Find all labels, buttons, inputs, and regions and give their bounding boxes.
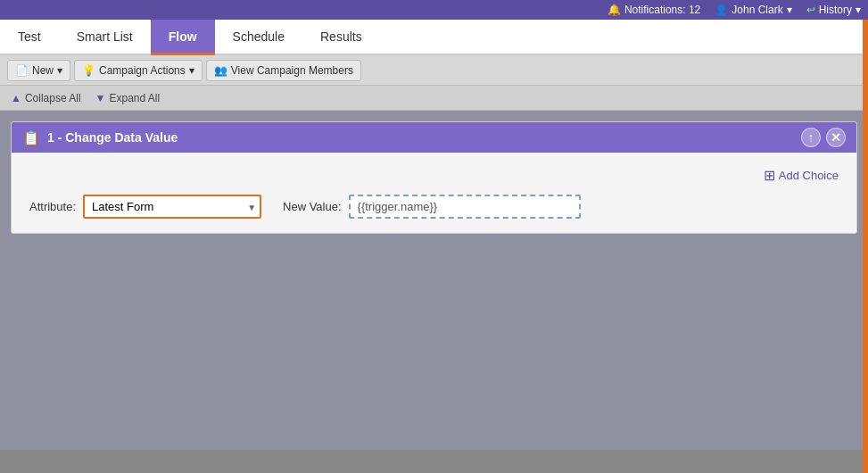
user-icon: 👤 xyxy=(715,4,728,16)
tab-results[interactable]: Results xyxy=(302,20,380,55)
new-dropdown-icon: ▾ xyxy=(57,64,62,77)
close-icon: ✕ xyxy=(831,130,841,145)
up-arrow-icon: ↑ xyxy=(808,130,814,145)
attribute-select[interactable]: Latest Form xyxy=(83,195,261,219)
history-dropdown-icon: ▾ xyxy=(856,4,861,16)
add-choice-row: ⊞ Add Choice xyxy=(29,167,839,184)
tab-flow-label: Flow xyxy=(169,29,197,44)
step-up-button[interactable]: ↑ xyxy=(801,128,821,147)
main-content: 📋 1 - Change Data Value ↑ ✕ ⊞ Add Choice xyxy=(0,111,868,450)
new-button[interactable]: 📄 New ▾ xyxy=(7,60,70,81)
new-value-field-group: New Value: xyxy=(283,195,581,219)
step-title: 1 - Change Data Value xyxy=(47,130,178,145)
toolbar-row: 📄 New ▾ 💡 Campaign Actions ▾ 👥 View Camp… xyxy=(0,55,868,86)
user-label: John Clark xyxy=(732,4,782,16)
view-members-icon: 👥 xyxy=(214,64,227,77)
tab-test[interactable]: Test xyxy=(0,20,59,55)
attribute-label: Attribute: xyxy=(29,200,76,213)
tab-test-label: Test xyxy=(18,29,41,44)
new-value-input[interactable] xyxy=(349,195,581,219)
add-choice-icon: ⊞ xyxy=(764,167,775,184)
campaign-actions-label: Campaign Actions xyxy=(99,64,186,77)
collapse-icon: ▲ xyxy=(11,92,21,104)
top-bar: 🔔 Notifications: 12 👤 John Clark ▾ ↩ His… xyxy=(0,0,868,20)
expand-icon: ▼ xyxy=(95,92,106,104)
attribute-select-wrapper: Latest Form xyxy=(83,195,261,219)
fields-row: Attribute: Latest Form New Value: xyxy=(29,195,839,219)
add-choice-label: Add Choice xyxy=(779,169,839,182)
attribute-field-group: Attribute: Latest Form xyxy=(29,195,261,219)
history-item[interactable]: ↩ History ▾ xyxy=(806,4,861,16)
tab-smart-list[interactable]: Smart List xyxy=(59,20,151,55)
campaign-actions-icon: 💡 xyxy=(82,64,95,77)
user-dropdown-icon: ▾ xyxy=(787,4,792,16)
step-card-title-group: 📋 1 - Change Data Value xyxy=(22,129,178,146)
add-choice-button[interactable]: ⊞ Add Choice xyxy=(764,167,839,184)
step-card-actions: ↑ ✕ xyxy=(801,128,846,147)
expand-all-button[interactable]: ▼ Expand All xyxy=(95,92,161,104)
collapse-all-button[interactable]: ▲ Collapse All xyxy=(11,92,81,104)
tab-results-label: Results xyxy=(320,29,362,44)
new-icon: 📄 xyxy=(15,64,29,77)
step-card-header: 📋 1 - Change Data Value ↑ ✕ xyxy=(12,122,856,153)
notification-icon: 🔔 xyxy=(608,4,621,16)
user-item[interactable]: 👤 John Clark ▾ xyxy=(715,4,791,16)
campaign-actions-button[interactable]: 💡 Campaign Actions ▾ xyxy=(74,60,203,81)
notifications-item[interactable]: 🔔 Notifications: 12 xyxy=(608,4,700,16)
view-members-button[interactable]: 👥 View Campaign Members xyxy=(206,60,361,81)
new-value-label: New Value: xyxy=(283,200,342,213)
tab-smart-list-label: Smart List xyxy=(77,29,133,44)
history-label: History xyxy=(819,4,852,16)
view-members-label: View Campaign Members xyxy=(231,64,353,77)
step-icon: 📋 xyxy=(22,129,40,146)
orange-accent-bar xyxy=(863,20,868,473)
tabs-row: Test Smart List Flow Schedule Results xyxy=(0,20,868,55)
tab-schedule[interactable]: Schedule xyxy=(215,20,302,55)
tab-flow[interactable]: Flow xyxy=(151,20,215,55)
step-card-body: ⊞ Add Choice Attribute: Latest Form New … xyxy=(12,153,856,233)
collapse-label: Collapse All xyxy=(25,92,81,104)
campaign-actions-dropdown-icon: ▾ xyxy=(189,64,194,77)
notifications-label: Notifications: 12 xyxy=(624,4,700,16)
step-card: 📋 1 - Change Data Value ↑ ✕ ⊞ Add Choice xyxy=(11,121,857,234)
step-close-button[interactable]: ✕ xyxy=(826,128,846,147)
tab-schedule-label: Schedule xyxy=(233,29,285,44)
expand-label: Expand All xyxy=(109,92,160,104)
new-label: New xyxy=(32,64,54,77)
collapse-expand-row: ▲ Collapse All ▼ Expand All xyxy=(0,86,868,111)
history-icon: ↩ xyxy=(806,4,815,16)
